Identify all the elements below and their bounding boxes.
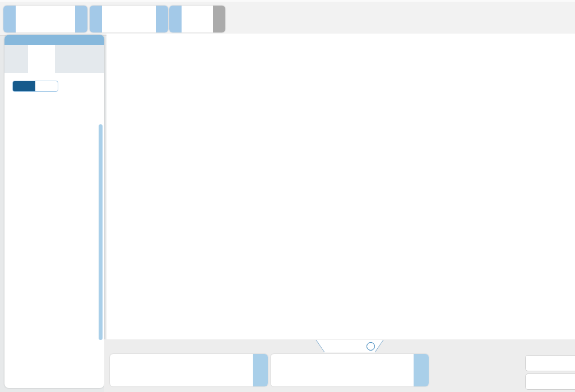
trigger-increase-button[interactable] [156, 6, 168, 32]
delete-measurement-button[interactable] [253, 354, 268, 386]
sidebar-tabs [4, 45, 104, 73]
tab-logging[interactable] [55, 45, 82, 73]
measurement-card-cycle-time [110, 354, 268, 386]
waveform-panel[interactable] [169, 6, 225, 32]
waveform-next-button[interactable] [213, 6, 225, 32]
scope-decrease-button[interactable] [3, 6, 16, 32]
scope-display[interactable] [106, 34, 575, 339]
pico-technology-logo [531, 5, 575, 33]
logo-waves-graphic [531, 21, 575, 32]
scope-increase-button[interactable] [75, 6, 87, 32]
panel-size-control [525, 355, 575, 371]
measurements-tab-close-icon[interactable] [367, 342, 375, 351]
top-toolbar [0, 0, 575, 36]
reset-button[interactable] [525, 374, 575, 390]
scope-panel[interactable] [3, 6, 87, 32]
delete-measurement-button[interactable] [414, 354, 429, 386]
channel-a-button[interactable] [13, 81, 35, 91]
channel-toggle [12, 81, 58, 92]
measurement-card-frequency [271, 354, 429, 386]
measurements-bottom-tab[interactable] [316, 340, 384, 353]
sidebar-title [4, 35, 104, 45]
sidebar-scrollbar[interactable] [99, 124, 103, 340]
channel-b-button[interactable] [35, 81, 58, 91]
measurements-sidebar [4, 35, 104, 388]
waveform-previous-button[interactable] [169, 6, 182, 32]
tab-add[interactable] [28, 45, 55, 73]
trigger-decrease-button[interactable] [90, 6, 102, 32]
trigger-panel[interactable] [90, 6, 168, 32]
